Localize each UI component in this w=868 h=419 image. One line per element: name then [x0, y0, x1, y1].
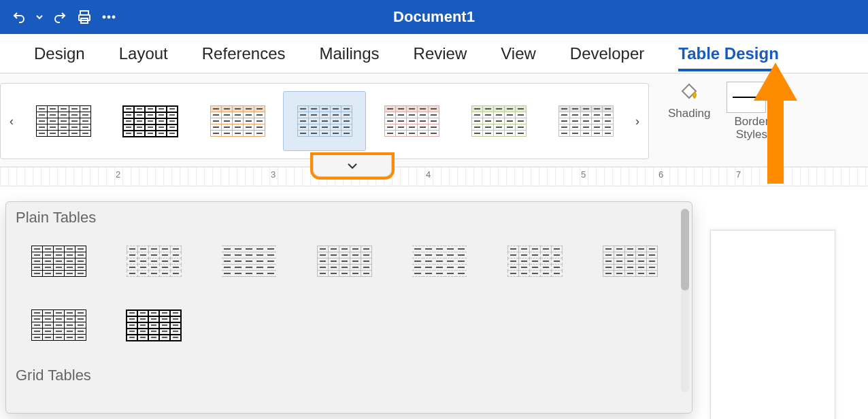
table-style-thumb[interactable]	[197, 92, 278, 150]
dropdown-section-header: Plain Tables	[6, 202, 692, 232]
table-styles-dropdown: Plain TablesGrid Tables	[5, 201, 692, 414]
tab-review[interactable]: Review	[414, 44, 467, 63]
shading-label: Shading	[668, 107, 710, 120]
shading-icon	[678, 82, 701, 105]
table-style-thumb[interactable]	[114, 299, 194, 352]
ruler-mark: 4	[426, 169, 431, 180]
document-title: Document1	[393, 8, 475, 26]
tab-mailings[interactable]: Mailings	[320, 44, 380, 63]
ruler-mark: 5	[581, 169, 586, 180]
border-styles-group[interactable]: ⌄ Border Styles	[718, 73, 784, 167]
tab-developer[interactable]: Developer	[570, 44, 644, 63]
border-styles-dropdown-icon[interactable]: ⌄	[767, 91, 776, 104]
table-style-thumb[interactable]	[209, 235, 289, 288]
border-styles-label: Border Styles	[734, 116, 769, 141]
table-style-thumb[interactable]	[18, 235, 99, 288]
tab-layout[interactable]: Layout	[119, 44, 168, 63]
table-styles-gallery: ‹ ›	[0, 83, 649, 159]
tab-references[interactable]: References	[202, 44, 286, 63]
table-style-thumb[interactable]	[399, 235, 480, 288]
ruler-mark: 6	[658, 169, 663, 180]
gallery-expand-button[interactable]	[313, 155, 392, 177]
table-style-thumb[interactable]	[284, 92, 365, 150]
tab-view[interactable]: View	[501, 44, 536, 63]
gallery-scroll-left-button[interactable]: ‹	[3, 84, 20, 158]
dropdown-section-header: Grid Tables	[6, 360, 692, 390]
table-style-thumb[interactable]	[114, 235, 194, 288]
document-page	[710, 230, 835, 419]
table-style-thumb[interactable]	[304, 235, 384, 288]
table-style-thumb[interactable]	[458, 92, 539, 150]
tab-table-design[interactable]: Table Design	[678, 44, 779, 63]
border-styles-swatch	[727, 82, 766, 113]
horizontal-ruler: 234567	[0, 167, 868, 186]
svg-point-4	[107, 16, 110, 18]
table-style-thumb[interactable]	[22, 92, 104, 150]
svg-point-5	[112, 16, 115, 18]
table-style-thumb[interactable]	[590, 235, 670, 288]
gallery-scroll-right-button[interactable]: ›	[629, 84, 646, 158]
more-qat-icon[interactable]	[99, 7, 118, 27]
ribbon-content: ‹ › Shading ⌄ Border Styles	[0, 73, 868, 167]
ruler-mark: 2	[116, 169, 120, 180]
print-button[interactable]	[75, 7, 94, 27]
svg-point-3	[103, 16, 105, 18]
ruler-mark: 3	[271, 169, 276, 180]
shading-group[interactable]: Shading	[660, 73, 718, 167]
table-style-thumb[interactable]	[371, 92, 452, 150]
redo-button[interactable]	[50, 7, 69, 27]
undo-button[interactable]	[10, 7, 29, 27]
dropdown-scrollbar[interactable]	[681, 209, 689, 392]
tab-design[interactable]: Design	[34, 44, 85, 63]
table-style-thumb[interactable]	[18, 299, 99, 352]
table-style-thumb[interactable]	[495, 235, 575, 288]
table-style-thumb[interactable]	[110, 92, 191, 150]
table-style-thumb[interactable]	[545, 92, 627, 150]
titlebar: Document1	[0, 0, 868, 34]
undo-dropdown-icon[interactable]	[34, 7, 45, 27]
ruler-mark: 7	[736, 169, 741, 180]
quick-access-toolbar	[10, 7, 118, 27]
ribbon-tabs: Design Layout References Mailings Review…	[0, 34, 868, 73]
